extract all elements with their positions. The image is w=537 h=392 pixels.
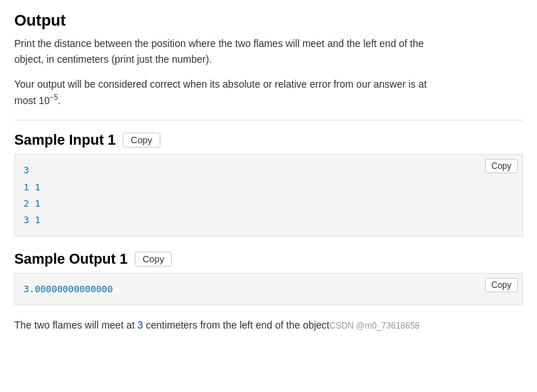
footer-text: The two flames will meet at 3 centimeter… xyxy=(14,319,523,331)
footer-after: centimeters from the left end of the obj… xyxy=(143,319,329,331)
footer-highlight: 3 xyxy=(138,319,143,331)
sample-input-header: Sample Input 1 Copy xyxy=(14,132,523,148)
desc-line1: Print the distance between the position … xyxy=(14,38,424,49)
sample-output-header: Sample Output 1 Copy xyxy=(14,251,523,267)
footer-before: The two flames will meet at xyxy=(14,319,138,331)
sample-input-inline-copy-button[interactable]: Copy xyxy=(485,159,518,173)
input-line-4: 3 1 xyxy=(24,212,513,228)
sample-output-code-block: 3.00000000000000 Copy xyxy=(14,273,523,305)
note-superscript: −5 xyxy=(50,93,58,101)
input-line-2: 1 1 xyxy=(24,179,513,195)
note-line2: most 10 xyxy=(14,95,50,106)
output-description: Print the distance between the position … xyxy=(14,36,523,68)
sample-output-title: Sample Output 1 xyxy=(14,251,128,267)
output-title: Output xyxy=(14,11,523,30)
divider-1 xyxy=(14,120,523,120)
input-number-4: 3 1 xyxy=(24,215,40,225)
desc-line2: object, in centimeters (print just the n… xyxy=(14,53,212,65)
input-line-3: 2 1 xyxy=(24,195,513,212)
sample-input-code-block: 3 1 1 2 1 3 1 Copy xyxy=(14,154,523,237)
input-line-1: 3 xyxy=(24,162,513,178)
sample-output-section: Sample Output 1 Copy 3.00000000000000 Co… xyxy=(14,251,523,305)
sample-input-title: Sample Input 1 xyxy=(14,132,116,148)
note-line1: Your output will be considered correct w… xyxy=(14,78,426,90)
input-number-1: 3 xyxy=(24,165,29,175)
sample-input-section: Sample Input 1 Copy 3 1 1 2 1 3 1 Copy xyxy=(14,132,523,237)
input-number-3: 2 1 xyxy=(24,198,40,209)
output-section: Output Print the distance between the po… xyxy=(14,11,523,108)
note-end: . xyxy=(58,95,61,106)
sample-input-copy-button[interactable]: Copy xyxy=(123,133,160,148)
output-note: Your output will be considered correct w… xyxy=(14,76,523,108)
sample-output-copy-button[interactable]: Copy xyxy=(135,252,172,267)
input-number-2: 1 1 xyxy=(24,182,40,192)
output-value: 3.00000000000000 xyxy=(24,281,513,297)
watermark: CSDN @m0_73618658 xyxy=(329,321,419,331)
sample-output-inline-copy-button[interactable]: Copy xyxy=(485,278,518,292)
